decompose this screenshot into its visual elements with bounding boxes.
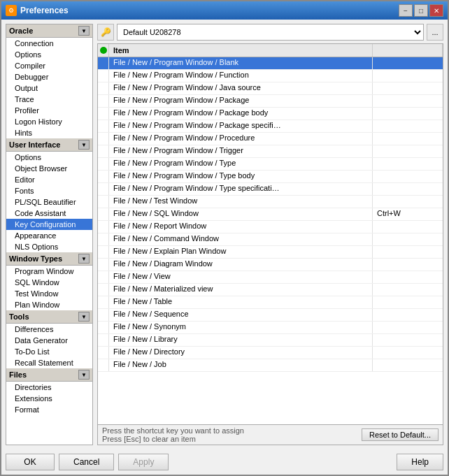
table-row[interactable]: File / New / Program Window / Package bo… (98, 108, 443, 120)
close-button[interactable]: ✕ (429, 4, 443, 17)
row-item: File / New / Program Window / Procedure (109, 133, 373, 145)
tools-section-toggle[interactable]: ▼ (78, 312, 90, 322)
row-indicator (98, 82, 109, 94)
maximize-button[interactable]: □ (414, 4, 428, 17)
sidebar-item-todo-list[interactable]: To-Do List (6, 346, 92, 357)
table-row[interactable]: File / New / View (98, 271, 443, 284)
sidebar-section-oracle[interactable]: Oracle ▼ (6, 24, 92, 38)
green-indicator (100, 47, 107, 54)
row-shortcut (373, 296, 443, 308)
sidebar-item-differences[interactable]: Differences (6, 324, 92, 335)
table-row[interactable]: File / New / SQL Window Ctrl+W (98, 208, 443, 221)
table-row[interactable]: File / New / Program Window / Procedure (98, 133, 443, 145)
sidebar-item-appearance[interactable]: Appearance (6, 230, 92, 241)
row-item: File / New / Program Window / Type body (109, 171, 373, 182)
row-item: File / New / Materialized view (109, 284, 373, 296)
sidebar-item-test-window[interactable]: Test Window (6, 288, 92, 299)
sidebar-item-program-window[interactable]: Program Window (6, 266, 92, 277)
status-line1: Press the shortcut key you want to assig… (102, 426, 244, 435)
sidebar-item-plsql-beautifier[interactable]: PL/SQL Beautifier (6, 196, 92, 208)
more-options-button[interactable]: ... (427, 24, 443, 41)
table-row[interactable]: File / New / Program Window / Trigger (98, 145, 443, 158)
sidebar-item-connection[interactable]: Connection (6, 38, 92, 49)
key-icon: 🔑 (97, 24, 114, 41)
table-row[interactable]: File / New / Program Window / Java sourc… (98, 82, 443, 95)
table-row[interactable]: File / New / Program Window / Package (98, 95, 443, 108)
cancel-button[interactable]: Cancel (59, 454, 114, 470)
sidebar-item-nls-options[interactable]: NLS Options (6, 241, 92, 252)
row-indicator (98, 259, 109, 271)
sidebar-item-output[interactable]: Output (6, 82, 92, 94)
table-body[interactable]: File / New / Program Window / Blank File… (98, 57, 443, 424)
table-row[interactable]: File / New / Materialized view (98, 284, 443, 296)
sidebar-item-code-assistant[interactable]: Code Assistant (6, 208, 92, 219)
sidebar-item-compiler[interactable]: Compiler (6, 60, 92, 71)
table-row[interactable]: File / New / Program Window / Type speci… (98, 183, 443, 196)
minimize-button[interactable]: − (399, 4, 413, 17)
sidebar-item-options-ui[interactable]: Options (6, 152, 92, 163)
row-indicator (98, 133, 109, 145)
table-row[interactable]: File / New / Report Window (98, 221, 443, 233)
table-row[interactable]: File / New / Sequence (98, 309, 443, 322)
table-row[interactable]: File / New / Test Window (98, 196, 443, 208)
row-shortcut (373, 259, 443, 271)
table-row[interactable]: File / New / Program Window / Blank (98, 57, 443, 70)
header-indicator (98, 44, 109, 57)
table-row[interactable]: File / New / Program Window / Function (98, 70, 443, 82)
row-indicator (98, 347, 109, 359)
table-row[interactable]: File / New / Table (98, 296, 443, 309)
table-row[interactable]: File / New / Command Window (98, 233, 443, 246)
sidebar-item-debugger[interactable]: Debugger (6, 71, 92, 82)
row-shortcut (373, 57, 443, 69)
toolbar: 🔑 Default U208278 ... (97, 24, 443, 41)
table-row[interactable]: File / New / Program Window / Package sp… (98, 120, 443, 133)
sidebar-item-extensions[interactable]: Extensions (6, 393, 92, 404)
table-row[interactable]: File / New / Diagram Window (98, 259, 443, 271)
row-item: File / New / Synonym (109, 322, 373, 333)
sidebar-section-window-types[interactable]: Window Types ▼ (6, 252, 92, 266)
table-row[interactable]: File / New / Job (98, 359, 443, 372)
sidebar-item-options-oracle[interactable]: Options (6, 49, 92, 60)
sidebar-section-ui[interactable]: User Interface ▼ (6, 138, 92, 152)
sidebar-item-profiler[interactable]: Profiler (6, 105, 92, 116)
sidebar-item-editor[interactable]: Editor (6, 174, 92, 185)
profile-select[interactable]: Default U208278 (117, 24, 424, 41)
apply-button[interactable]: Apply (118, 454, 169, 470)
sidebar-item-plan-window[interactable]: Plan Window (6, 299, 92, 310)
row-item: File / New / Report Window (109, 221, 373, 233)
sidebar-item-directories[interactable]: Directories (6, 382, 92, 393)
table-row[interactable]: File / New / Explain Plan Window (98, 246, 443, 259)
row-indicator (98, 233, 109, 245)
row-indicator (98, 359, 109, 371)
row-shortcut (373, 120, 443, 132)
row-indicator (98, 334, 109, 346)
help-button[interactable]: Help (397, 454, 443, 470)
row-indicator (98, 309, 109, 321)
sidebar-item-data-generator[interactable]: Data Generator (6, 335, 92, 346)
sidebar-item-recall-statement[interactable]: Recall Statement (6, 357, 92, 368)
row-item: File / New / Program Window / Package (109, 95, 373, 107)
sidebar-item-format[interactable]: Format (6, 404, 92, 415)
sidebar-item-key-configuration[interactable]: Key Configuration (6, 219, 92, 230)
table-row[interactable]: File / New / Synonym (98, 322, 443, 334)
ok-button[interactable]: OK (6, 454, 55, 470)
row-shortcut (373, 347, 443, 359)
table-row[interactable]: File / New / Program Window / Type (98, 158, 443, 171)
sidebar-item-hints[interactable]: Hints (6, 127, 92, 138)
row-shortcut (373, 309, 443, 321)
sidebar-item-sql-window[interactable]: SQL Window (6, 277, 92, 288)
sidebar-item-fonts[interactable]: Fonts (6, 185, 92, 196)
sidebar-section-tools[interactable]: Tools ▼ (6, 310, 92, 324)
sidebar-item-logon-history[interactable]: Logon History (6, 116, 92, 127)
table-row[interactable]: File / New / Directory (98, 347, 443, 359)
table-row[interactable]: File / New / Library (98, 334, 443, 347)
ui-section-toggle[interactable]: ▼ (78, 140, 90, 150)
window-types-section-toggle[interactable]: ▼ (78, 254, 90, 264)
sidebar-item-object-browser[interactable]: Object Browser (6, 163, 92, 174)
oracle-section-toggle[interactable]: ▼ (78, 26, 90, 36)
files-section-toggle[interactable]: ▼ (78, 370, 90, 380)
sidebar-section-files[interactable]: Files ▼ (6, 368, 92, 382)
reset-default-button[interactable]: Reset to Default... (362, 428, 439, 441)
table-row[interactable]: File / New / Program Window / Type body (98, 171, 443, 183)
sidebar-item-trace[interactable]: Trace (6, 94, 92, 105)
